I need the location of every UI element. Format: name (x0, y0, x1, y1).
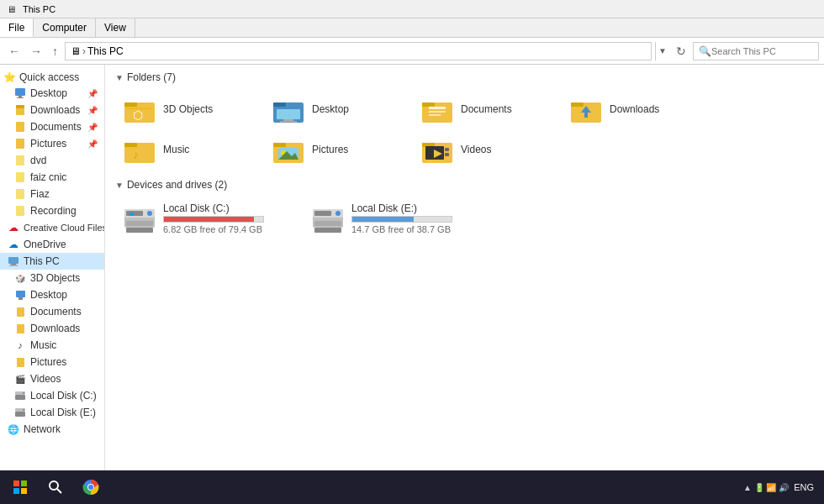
sidebar-documents-label: Documents (30, 121, 82, 133)
sidebar-item-network[interactable]: 🌐 Network (0, 421, 104, 438)
svg-rect-0 (15, 88, 25, 96)
sidebar-item-localc[interactable]: Local Disk (C:) (0, 387, 104, 404)
sidebar-item-desktop[interactable]: Desktop 📌 (0, 85, 104, 102)
taskbar-search[interactable] (39, 472, 72, 502)
svg-point-21 (23, 392, 24, 394)
ribbon-tabs: File Computer View (0, 18, 824, 37)
drive-locale-bar-wrap (351, 216, 452, 223)
folders-section-header[interactable]: ▼ Folders (7) (115, 71, 814, 83)
back-button[interactable]: ← (5, 43, 24, 60)
refresh-button[interactable]: ↻ (673, 43, 689, 60)
folder-desktop[interactable]: Desktop (264, 90, 411, 129)
address-path[interactable]: 🖥 › This PC (65, 42, 652, 60)
svg-rect-17 (17, 324, 24, 333)
sidebar-downloads2-label: Downloads (30, 323, 80, 334)
forward-button[interactable]: → (27, 43, 45, 60)
sidebar-music2-label: Music (30, 339, 56, 351)
sidebar-item-fiaz[interactable]: Fiaz (0, 186, 104, 202)
svg-rect-71 (13, 488, 19, 494)
search-input[interactable] (711, 46, 813, 56)
start-button[interactable] (3, 472, 37, 502)
path-computer-icon: 🖥 (71, 45, 81, 57)
tab-file[interactable]: File (0, 18, 34, 37)
sidebar-item-recording[interactable]: Recording (0, 202, 104, 219)
address-chevron[interactable]: ▼ (655, 42, 669, 60)
up-button[interactable]: ↑ (49, 43, 61, 60)
folder-downloads-icon (569, 94, 603, 124)
folder-pictures-icon (272, 134, 305, 165)
sidebar-item-faiz-cnic[interactable]: faiz cnic (0, 169, 104, 186)
drive-locale-icon (311, 202, 345, 235)
folder-downloads-name: Downloads (610, 103, 659, 115)
devices-chevron: ▼ (115, 181, 124, 190)
devices-section-header[interactable]: ▼ Devices and drives (2) (115, 179, 814, 191)
drive-localc[interactable]: Local Disk (C:) 6.82 GB free of 79.4 GB (115, 197, 300, 239)
svg-rect-37 (429, 111, 446, 113)
drive-localc-free: 6.82 GB free of 79.4 GB (163, 224, 293, 234)
search-box[interactable]: 🔍 (693, 42, 819, 60)
sidebar: ⭐ Quick access Desktop 📌 Downloads 📌 Doc… (0, 65, 105, 485)
sidebar-item-pictures[interactable]: Pictures 📌 (0, 135, 104, 152)
folder-3dobjects-icon: ⬡ (123, 94, 156, 124)
sidebar-cc-label: Creative Cloud Files (24, 223, 105, 233)
title-bar: 🖥 This PC (0, 0, 824, 18)
sidebar-item-documents2[interactable]: Documents (0, 303, 104, 320)
sidebar-item-downloads2[interactable]: Downloads (0, 320, 104, 337)
svg-rect-22 (15, 412, 25, 417)
drive-localc-info: Local Disk (C:) 6.82 GB free of 79.4 GB (163, 202, 293, 234)
drive-locale[interactable]: Local Disk (E:) 14.7 GB free of 38.7 GB (304, 197, 489, 239)
sidebar-item-videos2[interactable]: 🎬 Videos (0, 370, 104, 387)
tab-view[interactable]: View (96, 18, 135, 37)
sidebar-item-thispc[interactable]: This PC (0, 253, 104, 270)
taskbar-chrome[interactable] (74, 472, 108, 502)
sidebar-item-downloads[interactable]: Downloads 📌 (0, 102, 104, 118)
svg-point-59 (147, 211, 152, 216)
folder-pictures[interactable]: Pictures (264, 130, 411, 169)
taskbar-tray: ▲ 🔋 📶 🔊 ENG (743, 482, 821, 492)
tab-computer[interactable]: Computer (34, 18, 96, 37)
svg-point-24 (23, 409, 24, 411)
svg-rect-70 (21, 480, 27, 486)
svg-rect-19 (15, 395, 25, 400)
folder-documents[interactable]: Documents (413, 90, 560, 129)
svg-rect-43 (124, 143, 137, 147)
svg-rect-10 (16, 206, 24, 216)
folder-downloads[interactable]: Downloads (562, 90, 709, 129)
svg-point-73 (50, 481, 58, 490)
sidebar-item-locale[interactable]: Local Disk (E:) (0, 404, 104, 421)
svg-rect-8 (16, 172, 24, 182)
folder-music[interactable]: ♪ Music (115, 130, 262, 169)
sidebar-item-desktop2[interactable]: Desktop (0, 286, 104, 303)
svg-rect-14 (16, 291, 25, 297)
sidebar-item-documents[interactable]: Documents 📌 (0, 118, 104, 135)
sidebar-item-3dobjects[interactable]: 🎲 3D Objects (0, 270, 104, 286)
sidebar-item-pictures2[interactable]: Pictures (0, 354, 104, 370)
svg-rect-58 (126, 211, 143, 216)
folder-3dobjects[interactable]: ⬡ 3D Objects (115, 90, 262, 129)
folder-grid: ⬡ 3D Objects Desktop (115, 90, 814, 169)
folder-documents-icon (420, 94, 454, 124)
title-bar-icons: 🖥 (7, 4, 16, 14)
recording-icon (13, 204, 27, 218)
title-bar-title: This PC (23, 4, 55, 14)
svg-rect-2 (17, 97, 24, 98)
folder-3dobjects-name: 3D Objects (163, 103, 213, 115)
sidebar-item-creative-cloud[interactable]: ☁ Creative Cloud Files (0, 219, 104, 236)
pin-icon-documents: 📌 (87, 123, 98, 132)
sidebar-item-music2[interactable]: ♪ Music (0, 337, 104, 354)
svg-text:⬡: ⬡ (133, 108, 143, 122)
sidebar-item-dvd[interactable]: dvd (0, 152, 104, 169)
desktop2-icon (13, 288, 27, 302)
sidebar-quick-access[interactable]: ⭐ Quick access (0, 70, 104, 85)
sidebar-fiaz-label: Fiaz (30, 188, 50, 200)
folder-music-icon: ♪ (123, 134, 156, 165)
sidebar-dvd-label: dvd (30, 155, 46, 166)
folder-desktop-icon (272, 94, 305, 124)
main-layout: ⭐ Quick access Desktop 📌 Downloads 📌 Doc… (0, 65, 824, 485)
sidebar-item-onedrive[interactable]: ☁ OneDrive (0, 236, 104, 253)
folder-videos[interactable]: Videos (413, 130, 560, 169)
svg-rect-1 (18, 96, 22, 97)
svg-rect-33 (280, 121, 297, 123)
drive-localc-icon (123, 202, 156, 235)
3dobjects-sidebar-icon: 🎲 (13, 271, 27, 285)
